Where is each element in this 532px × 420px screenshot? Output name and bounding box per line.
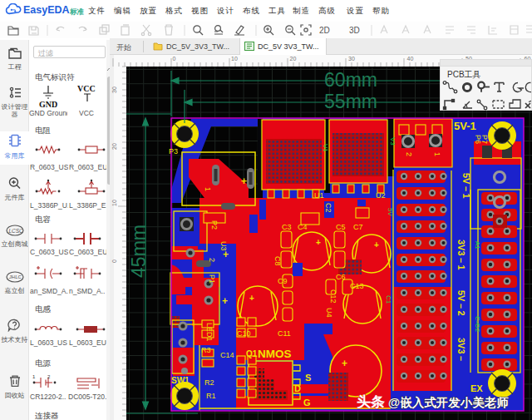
svg-text:C7: C7 [353,223,363,231]
svg-text:2: 2 [208,258,216,262]
svg-text:P2: P2 [210,220,219,230]
svg-text:1: 1 [433,152,441,156]
svg-text:45mm: 45mm [128,225,150,278]
svg-text:1: 1 [204,187,212,191]
svg-text:JHLC: JHLC [7,274,22,279]
svg-text:1: 1 [32,374,36,379]
svg-text:R1: R1 [206,392,216,400]
svg-text:R3: R3 [201,346,211,354]
svg-text:LCSC: LCSC [8,228,23,234]
svg-text:C8: C8 [273,256,282,266]
svg-text:+: + [342,358,347,369]
svg-text:C3: C3 [282,223,292,231]
svg-text:3D: 3D [349,26,360,35]
svg-text:60mm: 60mm [324,69,377,91]
svg-text:P3: P3 [169,147,178,156]
svg-text:U3: U3 [219,241,228,251]
svg-text:5V: 5V [387,208,394,216]
svg-text:30: 30 [348,56,355,62]
svg-text:20: 20 [290,56,297,62]
svg-text:5V－1: 5V－1 [461,173,471,199]
svg-text:A1: A1 [474,241,481,250]
svg-text:C5: C5 [336,223,346,231]
svg-text:C4: C4 [298,223,308,231]
svg-text:V1: V1 [322,144,329,152]
svg-text:C14: C14 [220,351,234,359]
svg-text:C11: C11 [278,329,291,338]
svg-text:+: + [222,295,228,307]
svg-text:3V3－: 3V3－ [456,338,466,363]
svg-text:0: 0 [173,56,176,62]
svg-text:C13: C13 [350,282,364,290]
svg-text:C10: C10 [237,329,251,338]
svg-text:30: 30 [111,86,117,93]
svg-text:+: + [316,238,321,247]
svg-text:20: 20 [111,143,117,150]
svg-text:55mm: 55mm [324,91,377,112]
svg-text:+: + [249,294,254,303]
svg-text:2: 2 [47,374,51,379]
svg-text:G: G [303,398,311,408]
svg-text:P7: P7 [480,135,489,144]
svg-text:C12: C12 [329,289,337,304]
svg-text:头条: 头条 [357,394,385,410]
svg-text:40: 40 [407,56,414,62]
svg-text:C6: C6 [336,273,346,281]
svg-text:GND: GND [39,100,57,109]
svg-text:SW1: SW1 [171,376,190,385]
svg-text:S: S [305,373,311,383]
svg-text:U4: U4 [325,308,333,318]
svg-text:5V-1: 5V-1 [454,120,476,132]
svg-text:D: D [294,383,301,393]
svg-text:U1: U1 [314,191,324,200]
svg-text:10: 10 [111,200,117,206]
svg-text:0: 0 [111,259,117,263]
svg-text:+: + [374,240,379,250]
svg-text:P1: P1 [208,274,216,284]
svg-text:3V3－1: 3V3－1 [456,240,466,270]
svg-text:C2: C2 [324,203,332,213]
svg-text:NMOS: NMOS [258,348,292,360]
svg-text:C1: C1 [385,295,392,304]
svg-text:@嵌入式开发小美老师: @嵌入式开发小美老师 [388,396,509,409]
svg-text:VCC: VCC [77,84,96,93]
svg-text:2D: 2D [319,26,330,35]
svg-text:R2: R2 [204,378,214,387]
svg-text:Q1: Q1 [246,349,258,358]
svg-text:2: 2 [405,152,413,156]
svg-text:10: 10 [231,56,238,62]
svg-text:V3: V3 [389,137,397,146]
svg-text:5V－2: 5V－2 [456,290,466,316]
svg-text:LED1: LED1 [205,323,214,342]
svg-text:C-O2: C-O2 [474,316,481,333]
svg-text:EX: EX [470,383,483,393]
svg-text:U2: U2 [376,191,386,200]
svg-text:C9: C9 [278,277,288,285]
svg-text:+: + [241,175,247,187]
